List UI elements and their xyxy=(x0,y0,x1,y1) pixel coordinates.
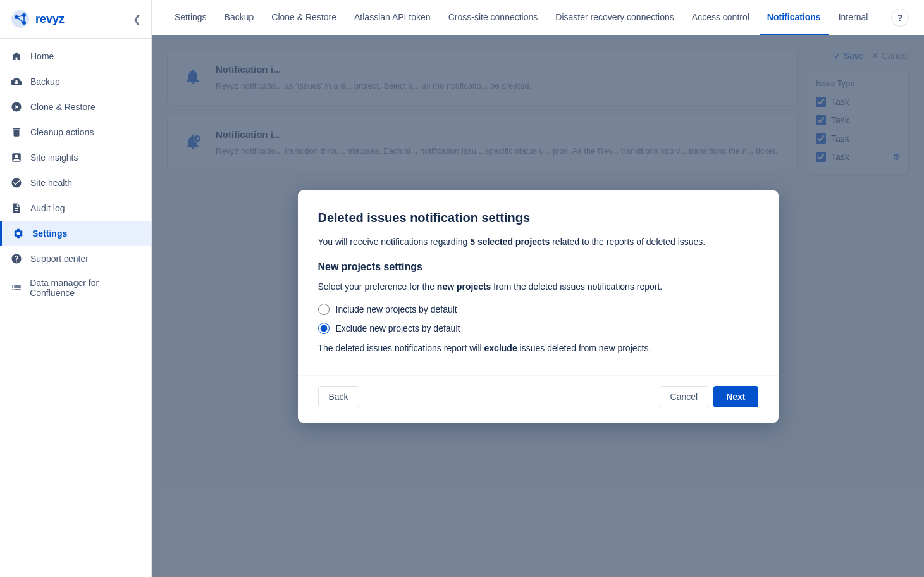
sidebar-item-backup[interactable]: Backup xyxy=(0,69,151,94)
top-nav-access-control[interactable]: Access control xyxy=(684,0,757,35)
support-icon xyxy=(10,252,23,265)
logo-area: revyz ❮ xyxy=(0,0,151,39)
sidebar-item-home-label: Home xyxy=(30,51,54,61)
modal-dialog: Deleted issues notification settings You… xyxy=(298,190,779,423)
sidebar-item-support-label: Support center xyxy=(30,254,89,264)
top-nav-backup[interactable]: Backup xyxy=(217,0,262,35)
back-button[interactable]: Back xyxy=(318,386,359,407)
radio-include-label[interactable]: Include new projects by default xyxy=(336,304,457,314)
modal-intro: You will receive notifications regarding… xyxy=(318,235,758,249)
modal-section-title: New projects settings xyxy=(318,261,758,273)
insights-icon xyxy=(10,151,23,164)
sidebar-item-site-health[interactable]: Site health xyxy=(0,170,151,195)
modal-intro-suffix: related to the reports of deleted issues… xyxy=(550,237,705,247)
modal-actions: Back Cancel Next xyxy=(298,375,779,423)
radio-include-input[interactable] xyxy=(318,304,330,315)
modal-footer-note: The deleted issues notifications report … xyxy=(318,342,758,355)
top-nav-internal[interactable]: Internal xyxy=(831,0,876,35)
settings-icon xyxy=(12,227,25,240)
sidebar-item-audit-log[interactable]: Audit log xyxy=(0,195,151,221)
modal-title: Deleted issues notification settings xyxy=(318,211,758,225)
sidebar-item-clone-restore[interactable]: Clone & Restore xyxy=(0,94,151,120)
sidebar-item-data-manager[interactable]: Data manager for Confluence xyxy=(0,271,151,304)
footer-note-prefix: The deleted issues notifications report … xyxy=(318,343,484,353)
modal-intro-bold: 5 selected projects xyxy=(470,237,550,247)
modal-body: Deleted issues notification settings You… xyxy=(298,190,779,365)
next-button[interactable]: Next xyxy=(713,386,758,407)
sidebar-item-settings-label: Settings xyxy=(32,228,67,239)
top-nav-atlassian-api[interactable]: Atlassian API token xyxy=(347,0,438,35)
audit-icon xyxy=(10,202,23,214)
radio-exclude-option[interactable]: Exclude new projects by default xyxy=(318,323,758,334)
data-manager-icon xyxy=(10,282,22,294)
home-icon xyxy=(10,50,23,63)
main-content: Settings Backup Clone & Restore Atlassia… xyxy=(152,0,924,577)
modal-intro-text: You will receive notifications regarding xyxy=(318,237,471,247)
top-nav: Settings Backup Clone & Restore Atlassia… xyxy=(152,0,924,35)
sidebar-collapse-button[interactable]: ❮ xyxy=(133,13,141,25)
radio-include-option[interactable]: Include new projects by default xyxy=(318,304,758,315)
sidebar-item-health-label: Site health xyxy=(30,178,72,188)
radio-exclude-input[interactable] xyxy=(318,323,330,334)
sidebar-item-cleanup-actions[interactable]: Cleanup actions xyxy=(0,120,151,145)
footer-note-bold: exclude xyxy=(484,343,517,353)
top-nav-cross-site[interactable]: Cross-site connections xyxy=(441,0,546,35)
radio-exclude-label[interactable]: Exclude new projects by default xyxy=(336,323,460,333)
cleanup-icon xyxy=(10,126,23,139)
page-body: Notification i... Revyz notificatio... a… xyxy=(152,35,924,577)
sidebar-item-site-insights[interactable]: Site insights xyxy=(0,145,151,170)
logo-text: revyz xyxy=(35,13,65,26)
sidebar-nav: Home Backup Clone & Restore xyxy=(0,39,151,577)
sidebar-item-insights-label: Site insights xyxy=(30,152,78,163)
modal-overlay: Deleted issues notification settings You… xyxy=(152,35,924,577)
backup-icon xyxy=(10,75,23,88)
sidebar-item-home[interactable]: Home xyxy=(0,44,151,69)
cancel-button[interactable]: Cancel xyxy=(660,386,709,407)
modal-actions-right: Cancel Next xyxy=(660,386,758,407)
top-nav-settings[interactable]: Settings xyxy=(167,0,214,35)
sidebar-item-backup-label: Backup xyxy=(30,77,60,87)
sidebar-item-cleanup-label: Cleanup actions xyxy=(30,127,94,137)
sidebar-item-settings[interactable]: Settings xyxy=(0,221,151,246)
top-nav-notifications[interactable]: Notifications xyxy=(760,0,829,35)
footer-note-suffix: issues deleted from new projects. xyxy=(517,343,651,353)
modal-section-desc: Select your preference for the new proje… xyxy=(318,280,758,294)
sidebar-item-data-manager-label: Data manager for Confluence xyxy=(30,278,141,298)
modal-desc-bold: new projects xyxy=(437,282,491,292)
sidebar: revyz ❮ Home Backup xyxy=(0,0,152,577)
sidebar-item-support-center[interactable]: Support center xyxy=(0,246,151,271)
svg-point-0 xyxy=(11,10,29,28)
revyz-logo-icon xyxy=(10,9,30,29)
health-icon xyxy=(10,177,23,189)
clone-icon xyxy=(10,101,23,113)
sidebar-item-audit-label: Audit log xyxy=(30,203,65,213)
top-nav-disaster-recovery[interactable]: Disaster recovery connections xyxy=(548,0,682,35)
top-nav-clone-restore[interactable]: Clone & Restore xyxy=(264,0,344,35)
help-button[interactable]: ? xyxy=(891,9,909,27)
modal-desc-suffix: from the deleted issues notifications re… xyxy=(491,282,662,292)
sidebar-item-clone-label: Clone & Restore xyxy=(30,102,95,112)
modal-desc-prefix: Select your preference for the xyxy=(318,282,437,292)
